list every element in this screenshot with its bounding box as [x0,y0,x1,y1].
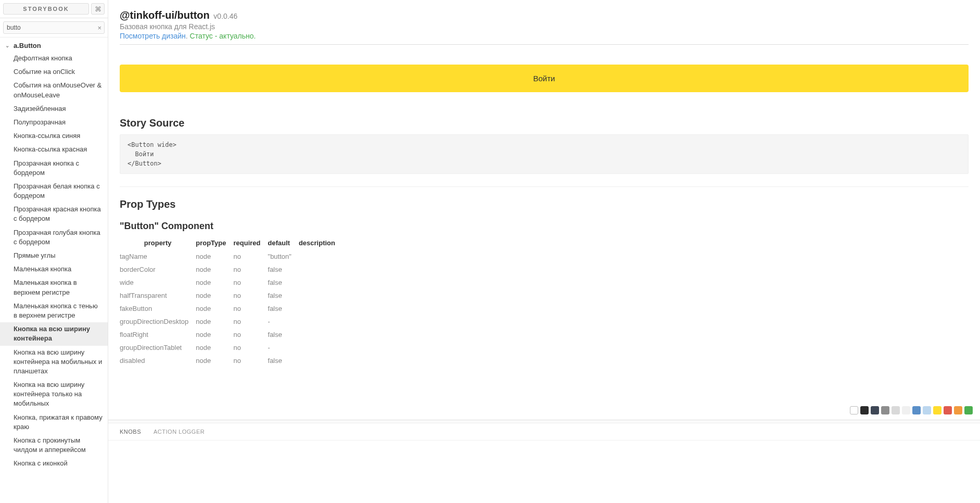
color-swatch[interactable] [902,406,910,414]
sidebar-topbar: STORYBOOK ⌘ [0,0,108,18]
nav-item[interactable]: Кнопка с иконкой [0,457,108,470]
color-swatch[interactable] [871,406,879,414]
shortcuts-menu-button[interactable]: ⌘ [91,3,105,15]
table-cell: no [234,315,268,328]
demo-area: Войти [120,45,969,112]
color-swatch[interactable] [923,406,931,414]
addons-panel: KNOBSACTION LOGGER [108,420,980,503]
nav-item[interactable]: Кнопка с прокинутым чилдом и апперкейсом [0,434,108,457]
package-links: Посмотреть дизайн. Статус - актуально. [120,32,969,45]
component-heading: "Button" Component [120,221,969,232]
nav-group-button[interactable]: ⌄ a.Button [0,40,108,52]
table-row: widenodenofalse [120,276,342,289]
nav-item[interactable]: События на onMouseOver & onMouseLeave [0,79,108,102]
package-name: @tinkoff-ui/button [120,9,210,21]
table-cell: node [196,289,233,302]
panel-tab[interactable]: KNOBS [120,429,141,435]
table-cell: - [268,315,299,328]
nav-item[interactable]: Кнопка-ссылка красная [0,143,108,156]
sidebar: STORYBOOK ⌘ × ⌄ a.Button Дефолтная кнопк… [0,0,108,503]
table-cell: node [196,250,233,263]
table-cell: false [268,354,299,367]
nav-item[interactable]: Прозрачная кнопка с бордером [0,157,108,180]
table-cell [299,302,342,315]
nav-item[interactable]: Событие на onClick [0,65,108,79]
nav-item[interactable]: Кнопка на всю ширину контейнера [0,322,108,345]
color-swatches [850,406,973,414]
storybook-logo-button[interactable]: STORYBOOK [3,3,89,15]
status-text: Статус - актуально. [190,32,256,40]
nav-item[interactable]: Маленькая кнопка [0,262,108,276]
table-cell: wide [120,276,196,289]
nav-item[interactable]: Полупрозрачная [0,116,108,129]
nav-item[interactable]: Кнопка, прижатая к правому краю [0,411,108,434]
table-cell: false [268,289,299,302]
table-row: halfTransparentnodenofalse [120,289,342,302]
package-header: @tinkoff-ui/button v0.0.46 Базовая кнопк… [120,9,969,45]
table-header: property [120,236,196,250]
table-cell: node [196,328,233,341]
nav-item[interactable]: Прозрачная белая кнопка с бордером [0,180,108,203]
table-cell [299,263,342,276]
nav-item[interactable]: Прозрачная красная кнопка с бордером [0,203,108,225]
color-swatch[interactable] [954,406,962,414]
table-cell: no [234,263,268,276]
search-row: × [0,18,108,37]
table-cell [299,289,342,302]
color-swatch[interactable] [860,406,869,414]
source-code-block: <Button wide> Войти </Button> [120,134,969,174]
table-cell: - [268,341,299,354]
table-cell: false [268,302,299,315]
table-cell: "button" [268,250,299,263]
table-cell: node [196,341,233,354]
table-cell: no [234,328,268,341]
table-cell: floatRight [120,328,196,341]
color-swatch[interactable] [850,406,858,414]
prop-types-section: Prop Types "Button" Component propertypr… [120,186,969,367]
table-header: description [299,236,342,250]
nav-item[interactable]: Кнопка на всю ширину контейнера только н… [0,378,108,411]
table-cell: fakeButton [120,302,196,315]
table-cell: no [234,276,268,289]
nav-item[interactable]: Дефолтная кнопка [0,52,108,65]
color-swatch[interactable] [964,406,973,414]
table-row: groupDirectionTabletnodeno- [120,341,342,354]
table-cell [299,328,342,341]
nav-item[interactable]: Прозрачная голубая кнопка с бордером [0,226,108,249]
clear-search-icon[interactable]: × [97,24,101,32]
nav-item[interactable]: Прямые углы [0,249,108,262]
table-cell [299,354,342,367]
table-cell [299,315,342,328]
table-cell [299,250,342,263]
color-swatch[interactable] [892,406,900,414]
nav-item[interactable]: Задизейбленная [0,102,108,116]
design-link[interactable]: Посмотреть дизайн [120,32,186,40]
table-cell: false [268,263,299,276]
nav-item[interactable]: Кнопка на всю ширину контейнера на мобил… [0,346,108,379]
table-cell: borderColor [120,263,196,276]
table-row: disablednodenofalse [120,354,342,367]
nav-item[interactable]: Маленькая кнопка в верхнем регистре [0,276,108,299]
prop-types-heading: Prop Types [120,198,969,210]
color-swatch[interactable] [912,406,921,414]
table-cell [299,341,342,354]
table-cell: tagName [120,250,196,263]
table-cell: groupDirectionTablet [120,341,196,354]
nav-item[interactable]: Маленькая кнопка с тенью в верхнем регис… [0,299,108,322]
nav-group-label: a.Button [14,42,41,49]
color-swatch[interactable] [944,406,952,414]
package-version: v0.0.46 [213,12,237,20]
table-cell: false [268,328,299,341]
table-cell: halfTransparent [120,289,196,302]
nav-tree: ⌄ a.Button Дефолтная кнопкаСобытие на on… [0,37,108,503]
color-swatch[interactable] [881,406,889,414]
panel-tab[interactable]: ACTION LOGGER [154,429,205,435]
table-cell [299,276,342,289]
demo-wide-button[interactable]: Войти [120,65,969,92]
table-cell: node [196,263,233,276]
preview-area: @tinkoff-ui/button v0.0.46 Базовая кнопк… [108,0,980,420]
table-cell: no [234,289,268,302]
search-input[interactable] [3,21,105,34]
nav-item[interactable]: Кнопка-ссылка синяя [0,129,108,143]
color-swatch[interactable] [933,406,941,414]
